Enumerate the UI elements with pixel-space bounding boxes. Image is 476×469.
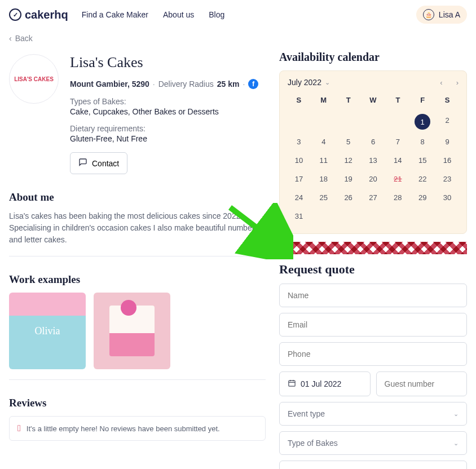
types-label: Types of Bakes:	[70, 97, 258, 106]
email-input[interactable]	[279, 313, 467, 337]
shop-location: Mount Gambier, 5290	[70, 79, 149, 89]
svg-rect-0	[289, 380, 295, 386]
work-example-image[interactable]	[9, 293, 86, 369]
guest-number-input[interactable]	[376, 371, 468, 396]
calendar-day[interactable]: 14	[386, 152, 409, 169]
whisk-icon: 𓎺	[17, 423, 21, 433]
reviews-empty: 𓎺 It's a little empty here! No reviews h…	[9, 416, 266, 441]
calendar-day[interactable]: 4	[312, 134, 335, 150]
chevron-left-icon: ‹	[9, 34, 12, 43]
calendar-day[interactable]: 27	[362, 189, 385, 206]
calendar-day[interactable]: 24	[288, 189, 310, 206]
calendar-day[interactable]: 2	[436, 112, 459, 131]
calendar-day[interactable]: 3	[288, 134, 310, 150]
calendar-day[interactable]: 19	[337, 171, 360, 187]
logo-mark-icon	[9, 8, 21, 21]
calendar-day	[337, 112, 360, 131]
diet-value: Gluten-Free, Nut Free	[70, 134, 258, 143]
calendar-day[interactable]: 5	[337, 134, 360, 150]
back-link[interactable]: ‹ Back	[0, 29, 476, 47]
calendar-day[interactable]: 10	[288, 152, 310, 169]
reviews-title: Reviews	[9, 397, 266, 409]
calendar-day[interactable]: 29	[411, 189, 434, 206]
calendar-day[interactable]: 22	[411, 171, 434, 187]
calendar-dow: T	[337, 92, 360, 110]
calendar-day[interactable]: 28	[386, 189, 409, 206]
calendar-day[interactable]: 15	[411, 152, 434, 169]
chevron-down-icon: ⌄	[453, 440, 459, 447]
calendar-day[interactable]: 30	[436, 189, 459, 206]
event-type-select[interactable]: Event type ⌄	[279, 402, 467, 426]
types-value: Cake, Cupcakes, Other Bakes or Desserts	[70, 107, 258, 116]
calendar-day[interactable]: 8	[411, 134, 434, 150]
bakes-type-select[interactable]: Type of Bakes ⌄	[279, 431, 467, 455]
calendar-day[interactable]: 6	[362, 134, 385, 150]
calendar-day[interactable]: 18	[312, 171, 335, 187]
work-example-image[interactable]	[94, 293, 170, 369]
calendar-day	[386, 112, 409, 131]
about-title: About me	[9, 191, 266, 203]
facebook-icon[interactable]: f	[248, 79, 258, 89]
about-text: Lisa's cakes has been baking the most de…	[9, 210, 266, 246]
calendar: July 2022 ⌄ ‹ › SMTWTFS12345678910111213…	[279, 70, 467, 234]
details-input[interactable]	[279, 461, 467, 469]
calendar-dow: M	[312, 92, 335, 110]
diet-label: Dietary requirements:	[70, 124, 258, 133]
calendar-day[interactable]: 13	[362, 152, 385, 169]
calendar-day[interactable]: 20	[362, 171, 385, 187]
name-input[interactable]	[279, 284, 467, 307]
user-menu[interactable]: 🎂 Lisa A	[416, 6, 467, 24]
nav-blog[interactable]: Blog	[209, 10, 224, 19]
delivery-value: 25 km	[217, 79, 240, 89]
shop-name: Lisa's Cakes	[70, 54, 258, 71]
chevron-down-icon[interactable]: ⌄	[325, 79, 330, 86]
chat-icon	[78, 158, 87, 169]
calendar-title: Availability calendar	[279, 51, 467, 64]
calendar-day[interactable]: 16	[436, 152, 459, 169]
brand-logo[interactable]: cakerhq	[9, 8, 68, 21]
quote-title: Request quote	[279, 262, 467, 277]
calendar-icon	[288, 379, 296, 389]
nav-about[interactable]: About us	[163, 10, 194, 19]
calendar-dow: S	[288, 92, 310, 110]
calendar-prev[interactable]: ‹	[440, 78, 442, 87]
chevron-down-icon: ⌄	[453, 410, 459, 418]
calendar-month[interactable]: July 2022	[288, 78, 321, 87]
brand-name: cakerhq	[25, 8, 68, 21]
nav-find[interactable]: Find a Cake Maker	[82, 10, 148, 19]
contact-button[interactable]: Contact	[70, 152, 127, 174]
cake-icon: 🎂	[423, 9, 434, 20]
calendar-day	[312, 112, 335, 131]
calendar-day	[362, 112, 385, 131]
calendar-day[interactable]: 11	[312, 152, 335, 169]
calendar-day[interactable]: 1	[411, 112, 434, 131]
calendar-day[interactable]: 7	[386, 134, 409, 150]
calendar-day[interactable]: 21	[386, 171, 409, 187]
calendar-day	[288, 112, 310, 131]
calendar-day[interactable]: 9	[436, 134, 459, 150]
calendar-dow: F	[411, 92, 434, 110]
calendar-day[interactable]: 25	[312, 189, 335, 206]
work-title: Work examples	[9, 273, 266, 286]
calendar-day[interactable]: 17	[288, 171, 310, 187]
calendar-dow: S	[436, 92, 459, 110]
date-input[interactable]: 01 Jul 2022	[279, 371, 371, 396]
calendar-day[interactable]: 12	[337, 152, 360, 169]
calendar-day[interactable]: 26	[337, 189, 360, 206]
shop-logo: LISA'S CAKES	[9, 54, 59, 104]
calendar-next[interactable]: ›	[456, 78, 459, 87]
calendar-day[interactable]: 23	[436, 171, 459, 187]
decorative-pattern	[279, 242, 467, 254]
calendar-dow: T	[386, 92, 409, 110]
calendar-dow: W	[362, 92, 385, 110]
delivery-label: Delivery Radius	[158, 79, 214, 89]
phone-input[interactable]	[279, 342, 467, 366]
user-name: Lisa A	[439, 10, 460, 19]
calendar-day[interactable]: 31	[288, 208, 310, 224]
